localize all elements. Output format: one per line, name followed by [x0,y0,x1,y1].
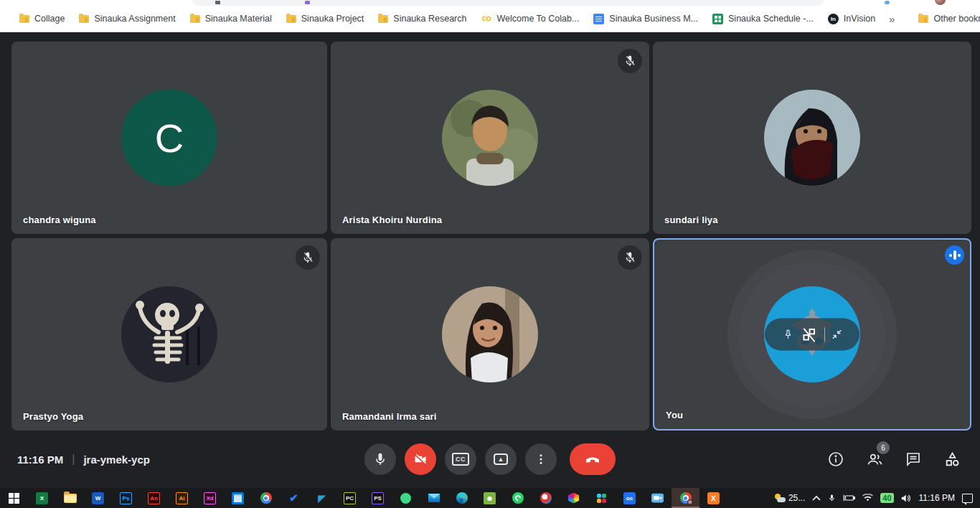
taskbar-photoshop[interactable]: Ps [112,488,140,508]
other-bookmarks-button[interactable]: Other bookmarks [912,11,980,27]
meeting-info-button[interactable] [826,450,845,469]
eq-dot [958,254,961,257]
activities-button[interactable] [943,450,961,469]
call-controls: CC ▲ [364,443,616,475]
remove-tile-icon[interactable] [800,325,819,344]
wifi-icon[interactable] [862,494,873,502]
folder-icon [918,15,928,23]
present-screen-button[interactable]: ▲ [485,443,517,475]
minimize-icon[interactable] [831,329,843,341]
eq-dot [949,254,952,257]
participant-tile-prastyo[interactable]: Prastyo Yoga [11,238,327,431]
tray-mic-icon[interactable] [828,493,836,503]
bookmark-sinauka-research[interactable]: Sinauka Research [372,11,473,27]
taskbar-chrome[interactable] [252,488,280,508]
bookmark-welcome-to-colab[interactable]: CO Welcome To Colab... [474,11,585,27]
bookmark-sinauka-schedule[interactable]: Sinauka Schedule -... [706,11,820,27]
bookmark-sinauka-assignment[interactable]: Sinauka Assignment [72,11,182,27]
video-camera-icon [651,493,664,503]
taskbar-android-emulator[interactable] [392,488,420,508]
owncloud-icon: oc [623,492,636,504]
tray-expand-chevron[interactable] [812,495,821,501]
folder-icon [79,15,89,23]
camera-app-icon: ◉ [484,492,496,504]
avatar [764,90,860,186]
participant-tile-ramandani[interactable]: Ramandani Irma sari [331,238,649,431]
camera-off-icon [413,452,428,466]
divider: | [72,453,75,466]
taskbar-animate[interactable]: An [140,488,168,508]
participant-tile-sundari[interactable]: sundari liya [653,42,971,234]
taskbar-phpstorm[interactable]: PS [364,488,392,508]
participant-tile-chandra-wiguna[interactable]: C chandra wiguna [11,42,327,234]
taskbar-adobe-xd[interactable]: Xd [196,488,224,508]
taskbar-edge[interactable] [448,488,476,508]
taskbar-xampp[interactable]: ꓫ [699,488,727,508]
taskbar-file-explorer[interactable] [56,488,84,508]
chat-button[interactable] [904,450,923,469]
chrome-icon [260,492,272,504]
bookmarks-overflow-chevron[interactable]: » [883,11,900,27]
folder-icon [378,15,388,23]
tray-clock[interactable]: 11:16 PM [919,493,955,503]
participant-tile-arista[interactable]: Arista Khoiru Nurdina [331,42,649,234]
vscode-icon: ◤ [319,493,326,504]
captions-icon: CC [452,453,469,466]
bookmark-label: Sinauka Research [393,14,466,24]
participants-button[interactable]: 6 [865,450,884,469]
taskbar-mail[interactable] [420,488,448,508]
slack-icon [596,493,607,504]
taskbar-pycharm[interactable]: PC [336,488,364,508]
adobe-xd-icon: Xd [204,492,216,504]
taskbar-slack[interactable] [588,488,616,508]
taskbar-vscode[interactable]: ◤ [308,488,336,508]
taskbar-illustrator[interactable]: Ai [168,488,196,508]
folder-icon [190,15,200,23]
battery-percent-badge[interactable]: 40 [880,493,893,503]
bookmark-sinauka-material[interactable]: Sinauka Material [184,11,278,27]
leave-call-button[interactable] [570,443,616,475]
browser-profile-avatar[interactable] [935,0,946,5]
pin-icon[interactable] [782,329,794,341]
bookmark-sinauka-business[interactable]: Sinauka Business M... [587,11,705,27]
taskbar-excel[interactable]: X [28,488,56,508]
mic-button[interactable] [364,443,396,475]
bookmark-sinauka-project[interactable]: Sinauka Project [280,11,371,27]
camera-off-button[interactable] [405,443,436,475]
avatar-photo [764,90,860,186]
taskbar-calendar[interactable] [224,488,252,508]
photoshop-icon: Ps [120,492,132,504]
action-center-icon[interactable] [962,494,973,503]
taskbar-video-call-app[interactable] [644,488,672,508]
taskbar-hub[interactable] [560,488,588,508]
google-sheets-icon [712,14,723,24]
more-options-button[interactable] [525,443,557,475]
taskbar-whatsapp[interactable] [504,488,532,508]
taskbar-camera-app[interactable]: ◉ [476,488,504,508]
meeting-details[interactable]: 11:16 PM | jra-ymek-ycp [17,453,150,466]
taskbar-chrome-active[interactable] [672,488,699,508]
participant-tile-you[interactable]: You [653,238,971,431]
captions-button[interactable]: CC [445,443,476,475]
bookmark-collage[interactable]: Collage [13,11,71,27]
volume-icon[interactable] [901,494,912,503]
taskbar-owncloud[interactable]: oc [616,488,644,508]
bookmark-invision[interactable]: In InVision [821,11,882,27]
chrome-icon [680,492,692,504]
chrome-profile-badge [687,499,693,505]
whatsapp-icon [512,492,524,504]
tile-actions-pill [765,319,859,351]
start-button[interactable] [0,488,28,508]
weather-icon [774,494,786,502]
weather-widget[interactable]: 25... [774,493,805,503]
taskbar-word[interactable]: W [84,488,112,508]
colab-icon: CO [481,14,491,24]
taskbar-todo[interactable]: ✔ [280,488,308,508]
taskbar-screen-tool[interactable] [532,488,560,508]
battery-pen-icon[interactable] [843,494,855,502]
google-docs-icon [593,14,604,24]
windows-taskbar: X W Ps An Ai Xd ✔ ◤ PC PS ◉ [0,488,980,508]
pycharm-icon: PC [344,492,356,504]
pill-divider [824,327,825,342]
excel-icon: X [36,492,48,504]
